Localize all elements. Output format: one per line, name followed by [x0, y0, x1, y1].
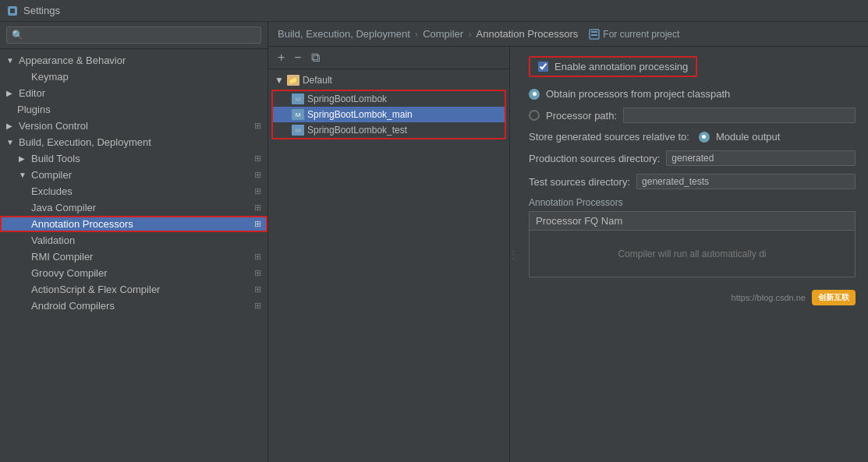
- drag-handle[interactable]: ⋮: [510, 47, 516, 462]
- sidebar-item-android-compilers[interactable]: Android Compilers ⊞: [0, 298, 267, 314]
- table-column-header: Processor FQ Nam: [536, 215, 622, 227]
- annotation-processors-table: Processor FQ Nam Compiler will run all a…: [529, 211, 856, 277]
- sidebar-item-label: Java Compiler: [31, 202, 96, 213]
- enable-annotation-checkbox[interactable]: [538, 62, 548, 72]
- sidebar-item-label: Keymap: [31, 71, 69, 83]
- sidebar-item-keymap[interactable]: Keymap: [0, 69, 267, 85]
- search-input[interactable]: [6, 26, 261, 44]
- tree-item-springbootlombok[interactable]: M SpringBootLombok: [273, 91, 505, 107]
- sidebar-item-rmi-compiler[interactable]: RMI Compiler ⊞: [0, 249, 267, 265]
- tree-toolbar: + − ⧉: [268, 47, 509, 69]
- add-button[interactable]: +: [275, 50, 288, 65]
- breadcrumb: Build, Execution, Deployment › Compiler …: [268, 22, 868, 47]
- tree-item-label: SpringBootLombok: [307, 93, 387, 104]
- production-dir-input[interactable]: [666, 150, 856, 166]
- sidebar-item-build-execution[interactable]: ▼ Build, Execution, Deployment: [0, 134, 267, 150]
- settings-panel: Enable annotation processing Obtain proc…: [516, 47, 868, 462]
- sidebar-item-java-compiler[interactable]: Java Compiler ⊞: [0, 199, 267, 216]
- tree-item-default[interactable]: ▼ 📁 Default: [268, 72, 509, 88]
- breadcrumb-part-1: Build, Execution, Deployment: [278, 28, 410, 40]
- search-box[interactable]: [0, 22, 267, 49]
- sidebar: ▼ Appearance & Behavior Keymap ▶ Editor …: [0, 22, 268, 462]
- expand-arrow-editor: ▶: [6, 89, 16, 97]
- module-icon-sbl: M: [292, 93, 304, 104]
- sidebar-item-label: Editor: [19, 87, 45, 99]
- tree-item-label: SpringBootLombok_test: [307, 125, 407, 136]
- expand-arrow-bed: ▼: [6, 138, 16, 146]
- sidebar-item-label: Appearance & Behavior: [19, 55, 126, 66]
- expand-arrow-compiler: ▼: [19, 171, 28, 179]
- breadcrumb-project: For current project: [589, 29, 679, 40]
- sidebar-item-actionscript[interactable]: ActionScript & Flex Compiler ⊞: [0, 281, 267, 298]
- config-icon-android: ⊞: [254, 301, 261, 311]
- right-panel: Build, Execution, Deployment › Compiler …: [268, 22, 868, 462]
- processor-path-input[interactable]: [623, 108, 856, 123]
- watermark-text: https://blog.csdn.ne: [732, 293, 806, 302]
- sidebar-item-version-control[interactable]: ▶ Version Control ⊞: [0, 118, 267, 134]
- sidebar-item-label: Groovy Compiler: [31, 267, 108, 279]
- content-area: + − ⧉ ▼ 📁 Default: [268, 47, 868, 462]
- test-dir-label: Test sources directory:: [529, 176, 630, 188]
- main-content: ▼ Appearance & Behavior Keymap ▶ Editor …: [0, 22, 868, 462]
- sidebar-item-appearance[interactable]: ▼ Appearance & Behavior: [0, 52, 267, 69]
- radio-inner-store: [702, 135, 706, 139]
- sidebar-item-editor[interactable]: ▶ Editor: [0, 85, 267, 101]
- test-dir-row: Test sources directory:: [529, 174, 856, 189]
- production-dir-row: Production sources directory:: [529, 150, 856, 166]
- sidebar-item-validation[interactable]: Validation: [0, 232, 267, 249]
- copy-button[interactable]: ⧉: [308, 50, 323, 65]
- obtain-processors-label: Obtain processors from project classpath: [546, 88, 730, 100]
- config-icon-buildtools: ⊞: [254, 153, 261, 164]
- obtain-processors-radio[interactable]: [529, 89, 540, 100]
- tree-content: ▼ 📁 Default M SpringBootLombok M: [268, 69, 509, 462]
- breadcrumb-part-3: Annotation Processors: [477, 28, 579, 40]
- tree-item-springbootlombok-main[interactable]: M SpringBootLombok_main: [273, 107, 505, 122]
- sidebar-item-label: Excludes: [31, 185, 73, 197]
- sidebar-item-build-tools[interactable]: ▶ Build Tools ⊞: [0, 150, 267, 167]
- config-icon-actionscript: ⊞: [254, 284, 261, 294]
- tree-red-outline: M SpringBootLombok M SpringBootLombok_ma…: [271, 90, 506, 139]
- obtain-processors-row: Obtain processors from project classpath: [529, 88, 856, 100]
- tree-item-label: Default: [303, 75, 332, 86]
- tree-item-springbootlombok-test[interactable]: M SpringBootLombok_test: [273, 122, 505, 138]
- sidebar-nav: ▼ Appearance & Behavior Keymap ▶ Editor …: [0, 49, 267, 462]
- sidebar-item-groovy-compiler[interactable]: Groovy Compiler ⊞: [0, 265, 267, 281]
- table-header: Processor FQ Nam: [529, 211, 856, 231]
- config-icon-groovy: ⊞: [254, 268, 261, 278]
- sidebar-item-plugins[interactable]: Plugins: [0, 101, 267, 118]
- sidebar-item-compiler[interactable]: ▼ Compiler ⊞: [0, 167, 267, 183]
- svg-rect-4: [591, 34, 597, 36]
- test-dir-input[interactable]: [636, 174, 856, 189]
- sidebar-item-label: Compiler: [31, 169, 72, 181]
- watermark-area: https://blog.csdn.ne 创新互联: [529, 290, 856, 305]
- tree-item-label: SpringBootLombok_main: [307, 109, 413, 120]
- sidebar-item-label: Android Compilers: [31, 300, 115, 312]
- remove-button[interactable]: −: [291, 50, 304, 65]
- module-icon-sblm: M: [292, 109, 304, 120]
- enable-annotation-label: Enable annotation processing: [554, 61, 688, 72]
- config-icon-compiler: ⊞: [254, 170, 261, 180]
- store-generated-row: Store generated sources relative to: Mod…: [529, 131, 856, 143]
- project-label: For current project: [603, 29, 679, 40]
- sidebar-item-label: Version Control: [19, 120, 88, 132]
- sidebar-item-label: Build Tools: [31, 153, 80, 164]
- breadcrumb-sep-1: ›: [415, 28, 418, 40]
- table-note: Compiler will run all automatically di: [618, 249, 766, 259]
- sidebar-item-excludes[interactable]: Excludes ⊞: [0, 183, 267, 199]
- processor-path-radio[interactable]: [529, 110, 540, 121]
- breadcrumb-sep-2: ›: [468, 28, 471, 40]
- store-generated-label: Store generated sources relative to:: [529, 131, 689, 143]
- annotation-processors-section-label: Annotation Processors: [529, 197, 856, 208]
- expand-arrow-buildtools: ▶: [19, 154, 28, 163]
- config-icon-excludes: ⊞: [254, 186, 261, 196]
- sidebar-item-label: Build, Execution, Deployment: [19, 136, 151, 148]
- processor-path-row: Processor path:: [529, 108, 856, 123]
- store-generated-radio[interactable]: [699, 132, 710, 143]
- store-generated-option: Module output: [716, 131, 780, 143]
- config-icon-rmi: ⊞: [254, 252, 261, 262]
- watermark-badge-text: 创新互联: [818, 292, 849, 303]
- sidebar-item-label: Annotation Processors: [31, 218, 133, 230]
- sidebar-item-label: Validation: [31, 235, 75, 246]
- sidebar-item-annotation-processors[interactable]: Annotation Processors ⊞: [0, 216, 267, 232]
- table-body: Compiler will run all automatically di: [529, 231, 856, 277]
